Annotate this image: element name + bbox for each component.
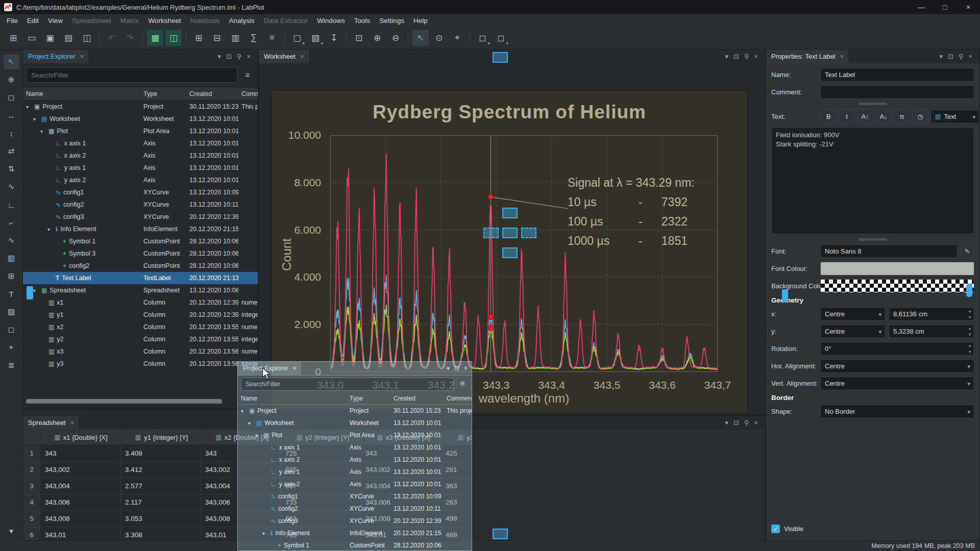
splitter-grip[interactable] bbox=[27, 286, 33, 299]
close-button[interactable]: × bbox=[957, 0, 980, 14]
zoom-fit-button[interactable]: ⊡ bbox=[351, 30, 367, 46]
pin-icon[interactable]: ⚲ bbox=[237, 53, 242, 60]
new-matrix-button[interactable]: ▥ bbox=[227, 30, 243, 46]
selection-handle[interactable] bbox=[502, 228, 518, 238]
italic-button[interactable]: I bbox=[839, 109, 855, 124]
tree-row[interactable]: ∟ x axis 2 Axis 13.12.2020 10:01 bbox=[23, 149, 258, 162]
row-number[interactable]: 6 bbox=[23, 527, 41, 540]
bold-button[interactable]: B bbox=[820, 109, 837, 124]
tree-row[interactable]: ▥ x1 Column 20.12.2020 12:39 numerical bbox=[23, 296, 258, 309]
cell[interactable]: 2.577 bbox=[121, 478, 201, 494]
tree-row[interactable]: ∟ y axis 2 Axis 13.12.2020 10:01 bbox=[238, 478, 472, 490]
column-header[interactable]: ▥ x1 {Double} [X] bbox=[41, 430, 121, 445]
column-header-name[interactable]: Name bbox=[23, 90, 140, 97]
close-icon[interactable]: × bbox=[840, 53, 844, 60]
tab-worksheet[interactable]: Worksheet × bbox=[259, 49, 310, 63]
menu-worksheet[interactable]: Worksheet bbox=[143, 14, 185, 27]
tree-row[interactable]: ▥ x3 Column 20.12.2020 13:56 numerical bbox=[23, 345, 258, 358]
pin-icon[interactable]: ⚲ bbox=[744, 53, 749, 60]
vert-alignment-combo[interactable]: Centre bbox=[820, 377, 974, 390]
tree-row[interactable]: ▾ ▤ Worksheet Worksheet 13.12.2020 10:01 bbox=[238, 417, 472, 429]
menu-tools[interactable]: Tools bbox=[350, 14, 375, 27]
close-icon[interactable]: × bbox=[300, 53, 304, 60]
expander-icon[interactable]: ▾ bbox=[26, 104, 32, 110]
maximize-button[interactable]: □ bbox=[933, 0, 957, 14]
float-icon[interactable]: ⊡ bbox=[733, 53, 739, 60]
float-icon[interactable]: ⊡ bbox=[948, 53, 953, 60]
zoom-select-tool-button[interactable]: ⌖ bbox=[449, 30, 465, 46]
print-button[interactable]: ▤ bbox=[60, 30, 77, 46]
row-number[interactable]: 3 bbox=[23, 478, 41, 494]
sort-button[interactable]: ≡ bbox=[264, 30, 280, 46]
data-picker-tool[interactable]: ⌖ bbox=[4, 340, 19, 355]
scroll-down-button[interactable]: ▾ bbox=[4, 523, 19, 539]
select-region-tool[interactable]: ◻ bbox=[4, 322, 19, 337]
cell[interactable]: 3.308 bbox=[121, 527, 201, 540]
selection-handle[interactable] bbox=[483, 228, 499, 238]
tree-row[interactable]: + Symbol 1 CustomPoint 28.12.2020 10:06 bbox=[238, 539, 472, 551]
zoom-out-button[interactable]: ⊖ bbox=[387, 30, 404, 46]
menu-spreadsheet[interactable]: Spreadsheet bbox=[67, 14, 116, 27]
pin-icon[interactable]: ⚲ bbox=[959, 53, 964, 60]
menu-data-extractor[interactable]: Data Extractor bbox=[259, 14, 312, 27]
tree-row[interactable]: ∿ config1 XYCurve 13.12.2020 10:09 bbox=[238, 490, 472, 503]
splitter-handle[interactable] bbox=[859, 238, 887, 241]
close-icon[interactable]: × bbox=[70, 419, 75, 427]
cell[interactable]: 343,004 bbox=[41, 478, 121, 494]
font-colour-swatch[interactable] bbox=[820, 262, 974, 276]
selection-handle[interactable] bbox=[502, 208, 518, 218]
close-icon[interactable]: × bbox=[754, 53, 758, 60]
magnifier-mode-button[interactable]: ◻ ▾ bbox=[493, 30, 509, 46]
cell[interactable]: 3.053 bbox=[121, 511, 201, 527]
row-number[interactable]: 2 bbox=[23, 462, 41, 478]
new-plot-button[interactable]: ▧ ▾ bbox=[307, 30, 324, 46]
tree-row[interactable]: ▾ ℹ Info Element InfoElement 20.12.2020 … bbox=[23, 223, 258, 235]
x-position-combo[interactable]: Centre bbox=[820, 307, 886, 321]
filter-options-icon[interactable]: ≡ bbox=[456, 378, 469, 390]
statistics-button[interactable]: ∑ bbox=[246, 30, 262, 46]
expander-icon[interactable]: ▾ bbox=[33, 288, 39, 293]
x-position-spinbox[interactable]: 8,61136 cm bbox=[889, 307, 974, 321]
save-button[interactable]: ▣ bbox=[42, 30, 58, 46]
tree-row[interactable]: ∿ config1 XYCurve 13.12.2020 10:09 bbox=[23, 186, 258, 198]
tree-row[interactable]: T Text Label TextLabel 20.12.2020 21:13 bbox=[23, 272, 258, 284]
zoom-x-tool[interactable]: ↔ bbox=[4, 108, 19, 123]
tab-project-explorer[interactable]: Project Explorer × bbox=[23, 49, 89, 63]
tree-row[interactable]: ∟ x axis 1 Axis 13.12.2020 10:01 bbox=[238, 441, 472, 454]
splitter-grip[interactable] bbox=[782, 289, 788, 302]
zoom-in-button[interactable]: ⊕ bbox=[369, 30, 385, 46]
dock-menu-icon[interactable]: ▾ bbox=[939, 53, 943, 60]
menu-notebook[interactable]: Notebook bbox=[186, 14, 225, 27]
zoom-y-tool[interactable]: ↕ bbox=[4, 126, 19, 141]
add-histogram-tool[interactable]: ▥ bbox=[4, 251, 19, 266]
tree-row[interactable]: ∿ config3 XYCurve 20.12.2020 12:39 bbox=[23, 211, 258, 223]
tree-row[interactable]: + config2 CustomPoint 28.12.2020 10:06 bbox=[23, 260, 258, 272]
shift-y-tool[interactable]: ⇅ bbox=[4, 161, 19, 177]
y-position-spinbox[interactable]: 5,3238 cm bbox=[889, 324, 974, 338]
close-icon[interactable]: × bbox=[754, 419, 758, 427]
add-image-tool[interactable]: ▨ bbox=[4, 304, 19, 319]
menu-help[interactable]: Help bbox=[409, 14, 432, 27]
y-position-combo[interactable]: Centre bbox=[820, 324, 886, 338]
tree-row[interactable]: ▥ y3 Column 20.12.2020 13:56 integer da bbox=[23, 358, 258, 370]
text-editor[interactable]: Field ionisation: 900V Stark splitting: … bbox=[771, 127, 974, 234]
tree-row[interactable]: ▾ ▦ Plot Plot Area 13.12.2020 10:01 bbox=[238, 429, 472, 441]
row-number[interactable]: 4 bbox=[23, 494, 41, 510]
corner-cell[interactable] bbox=[23, 430, 41, 445]
close-icon[interactable]: × bbox=[80, 53, 84, 60]
expander-icon[interactable]: ▾ bbox=[40, 129, 46, 134]
row-number[interactable]: 1 bbox=[23, 445, 41, 461]
tab-properties[interactable]: Properties: Text Label × bbox=[766, 49, 849, 63]
column-header-type[interactable]: Type bbox=[140, 90, 186, 97]
tree-row[interactable]: ▾ ▣ Project Project 30.11.2020 15:23 Thi… bbox=[23, 101, 258, 113]
hor-alignment-combo[interactable]: Centre bbox=[820, 359, 974, 373]
menu-matrix[interactable]: Matrix bbox=[116, 14, 144, 27]
close-icon[interactable]: × bbox=[292, 365, 296, 372]
cell[interactable]: 343,002 bbox=[41, 462, 121, 478]
float-icon[interactable]: ⊡ bbox=[454, 365, 459, 372]
tree-row[interactable]: ∟ x axis 1 Axis 13.12.2020 10:01 bbox=[23, 137, 258, 149]
selection-handle[interactable] bbox=[493, 52, 508, 63]
horizontal-scrollbar[interactable] bbox=[26, 399, 222, 404]
column-header-comment[interactable]: Comment bbox=[238, 90, 258, 97]
dock-menu-icon[interactable]: ▾ bbox=[725, 419, 728, 427]
